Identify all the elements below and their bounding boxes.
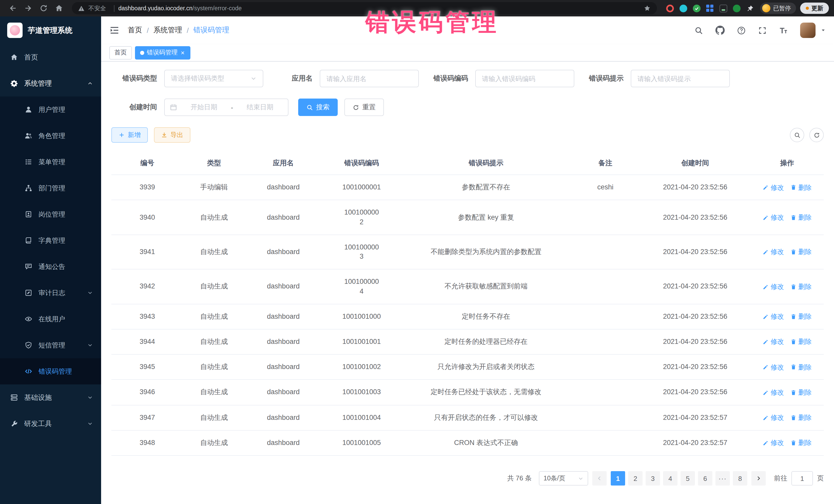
toggle-search-button[interactable] [790,128,804,142]
app-name-input[interactable] [320,70,419,87]
page-button[interactable]: 5 [681,471,695,485]
page-button[interactable]: 1 [611,471,625,485]
address-bar[interactable]: 不安全 dashboard.yudao.iocoder.cn/system/er… [72,2,657,14]
github-icon[interactable] [716,26,725,35]
delete-button[interactable]: 删除 [790,438,812,447]
sidebar-item-user[interactable]: 用户管理 [0,96,101,123]
edit-button[interactable]: 修改 [762,337,784,346]
delete-button[interactable]: 删除 [790,312,812,321]
profile-paused-chip[interactable]: 已暂停 [760,3,796,14]
fullscreen-icon[interactable] [758,26,767,35]
update-button[interactable]: 更新 [800,3,829,14]
grid-icon[interactable] [706,4,714,12]
sidebar-item-id-badge[interactable]: 岗位管理 [0,201,101,227]
reset-button[interactable]: 重置 [344,98,384,116]
close-tab-icon[interactable] [180,50,185,55]
sidebar-item-home[interactable]: 首页 [0,44,101,70]
error-code-input[interactable] [475,70,574,87]
create-time-label: 创建时间 [111,103,164,112]
app-logo-row[interactable]: 芋道管理系统 [0,17,101,44]
sidebar-item-online-user[interactable]: 在线用户 [0,306,101,332]
avatar-caret-icon[interactable] [821,28,826,33]
table-row: 3944自动生成dashboard1001001001定时任务的处理器已经存在2… [111,329,824,355]
sidebar-item-sms[interactable]: 短信管理 [0,332,101,358]
cell-app: dashboard [245,240,322,264]
edit-button[interactable]: 修改 [762,213,784,222]
power-badge-icon[interactable] [719,4,727,12]
announcement-icon [25,263,32,270]
next-page-button[interactable] [751,471,766,485]
error-hint-input[interactable] [631,70,730,87]
delete-button[interactable]: 删除 [790,213,812,222]
font-size-icon[interactable] [779,26,788,35]
page-button[interactable]: 2 [628,471,642,485]
pencil-icon [762,249,769,255]
edit-button[interactable]: 修改 [762,248,784,257]
delete-button[interactable]: 删除 [790,337,812,346]
check-icon[interactable] [693,4,700,12]
sidebar-item-dictionary[interactable]: 字典管理 [0,227,101,254]
export-button[interactable]: 导出 [154,127,191,143]
sidebar-toggle-button[interactable] [109,25,119,36]
sidebar-item-infrastructure[interactable]: 基础设施 [0,385,101,411]
edit-button[interactable]: 修改 [762,438,784,447]
sidebar-item-dev-tools[interactable]: 研发工具 [0,411,101,437]
header-search-icon[interactable] [695,26,703,35]
edit-button[interactable]: 修改 [762,413,784,422]
dropper-icon[interactable] [679,4,687,12]
pin-icon[interactable] [746,4,754,12]
bookmark-star-icon[interactable] [643,5,651,12]
refresh-table-button[interactable] [809,128,824,142]
sidebar-item-announcement[interactable]: 通知公告 [0,254,101,280]
page-button[interactable]: 6 [698,471,712,485]
delete-button[interactable]: 删除 [790,282,812,291]
end-date-placeholder[interactable]: 结束日期 [237,103,283,112]
prev-page-button[interactable] [592,471,607,485]
cell-code: 1001001003 [322,380,401,405]
tab-home[interactable]: 首页 [109,46,132,59]
page-size-select[interactable]: 10条/页 [539,471,588,485]
record-icon[interactable] [666,4,674,12]
page-button[interactable]: 3 [646,471,660,485]
sidebar-item-gear[interactable]: 系统管理 [0,70,101,96]
back-button[interactable] [9,4,17,12]
sidebar-item-users[interactable]: 角色管理 [0,123,101,149]
edit-button[interactable]: 修改 [762,282,784,291]
cell-id: 3945 [111,355,183,379]
edit-button[interactable]: 修改 [762,388,784,397]
delete-button[interactable]: 删除 [790,388,812,397]
date-range-picker[interactable]: 开始日期 - 结束日期 [164,98,288,116]
edit-label: 修改 [771,438,784,447]
breadcrumb-item[interactable]: 首页 [128,26,142,35]
url-text[interactable]: dashboard.yudao.iocoder.cn/system/error-… [118,5,242,11]
sidebar-item-error-code[interactable]: 错误码管理 [0,358,101,385]
start-date-placeholder[interactable]: 开始日期 [181,103,227,112]
home-button[interactable] [55,4,63,12]
user-avatar[interactable] [800,23,815,38]
add-button[interactable]: 新增 [111,127,148,143]
delete-button[interactable]: 删除 [790,413,812,422]
search-button[interactable]: 搜索 [298,98,338,116]
not-secure-label[interactable]: 不安全 [88,4,106,12]
help-icon[interactable] [737,26,746,35]
delete-button[interactable]: 删除 [790,363,812,372]
edit-button[interactable]: 修改 [762,312,784,321]
tab-error-code-management[interactable]: 错误码管理 [135,46,191,59]
edit-button[interactable]: 修改 [762,363,784,372]
error-type-select[interactable]: 请选择错误码类型 [164,70,263,87]
breadcrumb-item[interactable]: 系统管理 [153,26,182,35]
page-button[interactable]: 4 [663,471,678,485]
more-pages-button[interactable]: ··· [716,471,730,485]
reload-button[interactable] [40,4,48,12]
edit-button[interactable]: 修改 [762,183,784,192]
delete-button[interactable]: 删除 [790,248,812,257]
leaf-icon[interactable] [733,4,740,12]
sidebar-item-audit-log[interactable]: 审计日志 [0,280,101,306]
sidebar-item-menu-list[interactable]: 菜单管理 [0,149,101,175]
page-button[interactable]: 8 [733,471,747,485]
sidebar-item-org-tree[interactable]: 部门管理 [0,175,101,201]
forward-button[interactable] [24,4,32,12]
goto-page-input[interactable] [791,471,813,485]
cell-app: dashboard [245,355,322,379]
delete-button[interactable]: 删除 [790,183,812,192]
